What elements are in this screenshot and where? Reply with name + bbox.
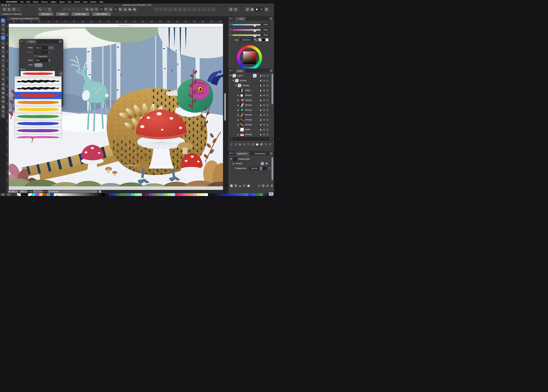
first-page-button[interactable]: ⏮ — [28, 191, 30, 192]
layer-target-icon[interactable] — [266, 114, 269, 117]
snapshot-icon[interactable] — [98, 190, 101, 193]
layer-lock-icon[interactable] — [260, 74, 262, 78]
tool-warp[interactable] — [1, 58, 5, 63]
sv-selector[interactable] — [243, 55, 245, 57]
tool-grid-warp[interactable] — [1, 86, 5, 91]
swatch[interactable] — [109, 193, 112, 196]
layer-lock-icon[interactable] — [260, 79, 262, 83]
layer-expander[interactable] — [238, 95, 239, 97]
swatch[interactable] — [175, 193, 179, 196]
brush-color-swatch[interactable] — [34, 63, 42, 67]
toolbar-artboard-button[interactable] — [245, 7, 250, 12]
layer-visibility-icon[interactable] — [263, 104, 265, 107]
page-number-control[interactable]: 1▼ — [33, 190, 42, 193]
layer-lock-icon[interactable] — [260, 128, 262, 132]
layer-lock-icon[interactable] — [260, 89, 262, 92]
layer-row[interactable]: {Group} — [229, 118, 272, 122]
none-color-swatch[interactable] — [258, 38, 261, 41]
layer-target-icon[interactable] — [266, 74, 269, 78]
toolbar-panel-b-button[interactable] — [233, 7, 238, 12]
layer-expander[interactable] — [238, 99, 239, 101]
layer-row[interactable]: Layer 1 — [229, 73, 272, 78]
tool-marquee[interactable] — [1, 36, 5, 40]
toolbar-dot-circle-button[interactable] — [259, 7, 264, 12]
brush-list-item-paint-orange[interactable] — [15, 99, 61, 106]
swatch[interactable] — [230, 193, 234, 196]
layer-visibility-icon[interactable] — [263, 99, 265, 102]
next-page-button[interactable]: ▶ — [43, 191, 45, 192]
canvas-vertical-scrollbar[interactable] — [224, 93, 226, 121]
menu-item-view[interactable]: View — [82, 1, 89, 3]
swatch[interactable] — [234, 193, 237, 196]
zoom-level-control[interactable]: 117,4%▼ — [8, 190, 18, 193]
layer-expander[interactable] — [235, 85, 237, 86]
appearance-action-copy-plus-icon[interactable] — [257, 184, 260, 187]
layers-panel-tab[interactable]: Layers — [235, 69, 245, 73]
tool-rotate-tool[interactable] — [1, 113, 5, 118]
swatch[interactable] — [182, 193, 186, 196]
layer-visibility-icon[interactable] — [263, 119, 265, 122]
layer-lock-icon[interactable] — [260, 109, 262, 112]
swatch[interactable] — [69, 193, 72, 196]
swatch[interactable] — [102, 193, 105, 196]
layer-visibility-icon[interactable] — [263, 123, 265, 127]
layer-expander[interactable] — [238, 114, 239, 116]
swatch[interactable] — [168, 193, 171, 196]
appearance-action-fx-icon[interactable]: fx — [243, 184, 246, 187]
layer-expander[interactable] — [232, 80, 234, 81]
transparency-stepper[interactable]: ▲▼ — [260, 167, 262, 170]
toolbar-undo-button[interactable] — [38, 7, 42, 12]
layer-row[interactable]: {Group} — [229, 93, 272, 98]
tool-fan[interactable] — [1, 77, 5, 81]
layer-target-icon[interactable] — [266, 89, 269, 92]
layers-action-trash-icon[interactable] — [268, 143, 272, 146]
swatch[interactable] — [179, 193, 182, 196]
default-style-expander[interactable] — [230, 159, 232, 160]
layer-row[interactable]: {Group} — [229, 122, 272, 127]
document-button[interactable]: Document — [39, 12, 53, 16]
swatch[interactable] — [98, 193, 102, 196]
layer-lock-icon[interactable] — [260, 123, 262, 127]
layer-target-icon[interactable] — [266, 123, 269, 127]
appearance-panel-menu-icon[interactable] — [270, 152, 273, 155]
layer-expander[interactable] — [230, 75, 232, 76]
layer-expander[interactable] — [238, 134, 239, 136]
swatch-grid-icon[interactable] — [2, 194, 5, 196]
swap-fill-stroke-icon[interactable] — [254, 38, 257, 42]
swatch[interactable] — [50, 193, 54, 196]
tool-node[interactable] — [1, 23, 5, 27]
layer-expander[interactable] — [238, 124, 239, 126]
color-close-icon[interactable]: ✕ — [229, 17, 232, 20]
menu-item-canvas[interactable]: Canvas — [40, 1, 49, 3]
toolbar-bool-1-button[interactable] — [85, 7, 89, 12]
swatch[interactable] — [226, 193, 230, 196]
channel-slider-thumb[interactable] — [253, 29, 256, 32]
tab-transparency[interactable]: Transparency — [252, 152, 268, 155]
swatch[interactable] — [190, 193, 193, 196]
toolbar-bool-10-button[interactable] — [127, 7, 132, 12]
channel-value[interactable]: 204,0 — [261, 28, 270, 32]
tool-color-wheel[interactable] — [1, 105, 5, 109]
brush-list-item-paint-yellow[interactable] — [15, 106, 61, 113]
appearance-drag-handle[interactable] — [232, 152, 234, 154]
transparency-field[interactable]: 100,0% — [249, 167, 260, 170]
swatch[interactable] — [263, 193, 267, 196]
toolbar-bool-8-button[interactable] — [118, 7, 123, 12]
swatch[interactable] — [54, 193, 58, 196]
menu-item-styles[interactable]: Styles — [58, 1, 66, 3]
content-indicator-icon[interactable] — [261, 162, 264, 165]
channel-slider[interactable] — [232, 29, 260, 31]
layers-action-copy2-icon[interactable] — [234, 143, 237, 146]
app-menu[interactable]: VectorStyler — [5, 1, 19, 3]
menu-item-edit[interactable]: Edit — [25, 1, 31, 3]
menu-item-help[interactable]: Help — [98, 1, 105, 3]
selection-status-control[interactable]: No Selection▼ — [48, 190, 97, 193]
swatch[interactable] — [28, 193, 32, 196]
swatch[interactable] — [83, 193, 87, 196]
layers-action-camera-icon[interactable] — [256, 143, 259, 146]
layer-visibility-icon[interactable] — [263, 128, 265, 132]
vertical-ruler[interactable]: 21201918171615141312111098765432 — [6, 24, 9, 190]
brush-list-item-paint-purple[interactable] — [15, 127, 61, 134]
layer-lock-icon[interactable] — [260, 119, 262, 122]
layer-color-swatch[interactable] — [253, 74, 257, 77]
